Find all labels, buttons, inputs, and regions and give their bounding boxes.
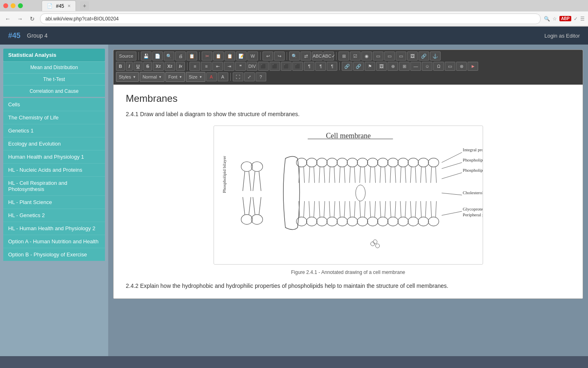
refresh-button[interactable]: ↻ <box>28 14 37 23</box>
back-button[interactable]: ← <box>3 14 12 23</box>
blockquote-btn[interactable]: ❝ <box>235 62 246 71</box>
menu-icon[interactable]: ☰ <box>580 16 585 22</box>
hline-btn[interactable]: — <box>410 62 421 71</box>
minimize-button[interactable] <box>11 3 16 8</box>
div-btn[interactable]: DIV <box>247 62 257 71</box>
sidebar-item-option-a[interactable]: Option A - Human Nutrition and Health <box>3 235 105 248</box>
unlink-btn[interactable]: 🔗 <box>353 62 364 71</box>
find-btn[interactable]: 🔍 <box>289 52 300 61</box>
section-2-4-2: 2.4.2 Explain how the hydrophobic and hy… <box>126 282 570 290</box>
login-editor-button[interactable]: Login as Editor <box>544 33 580 39</box>
flash-btn[interactable]: ⊕ <box>388 62 398 71</box>
undo-btn[interactable]: ↩ <box>263 52 273 61</box>
paste-btn[interactable]: 📋 <box>225 52 235 61</box>
sidebar-item-option-b[interactable]: Option B - Physiology of Exercise <box>3 248 105 261</box>
ol-btn[interactable]: ≡ <box>189 62 200 71</box>
sidebar-item-correlation[interactable]: Correlation and Cause <box>3 85 105 97</box>
styles-dropdown[interactable]: Styles <box>116 72 139 82</box>
link-btn[interactable]: 🔗 <box>419 52 429 61</box>
special-btn[interactable]: Ω <box>433 62 444 71</box>
tab-close-icon[interactable]: ✕ <box>67 4 71 8</box>
copy-btn[interactable]: 📋 <box>213 52 224 61</box>
italic-btn[interactable]: I <box>126 62 133 71</box>
help-btn[interactable]: ? <box>256 72 266 81</box>
source-button[interactable]: Source <box>116 52 136 61</box>
new-btn[interactable]: 📄 <box>152 52 163 61</box>
indent-btn[interactable]: ⇥ <box>224 62 234 71</box>
template-btn[interactable]: 📋 <box>187 52 197 61</box>
cut-btn[interactable]: ✂ <box>202 52 212 61</box>
outdent-btn[interactable]: ⇤ <box>212 62 223 71</box>
align-left[interactable]: ⬛ <box>258 62 269 71</box>
url-bar[interactable]: abi.wiki/view.php?cat=BIOL00204 <box>40 13 541 24</box>
tb2[interactable]: ▭ <box>384 52 395 61</box>
sidebar-item-genetics2[interactable]: HL - Genetics 2 <box>3 209 105 222</box>
redo-btn[interactable]: ↪ <box>274 52 285 61</box>
ul-btn[interactable]: ≡ <box>201 62 212 71</box>
img-btn[interactable]: 🖼 <box>407 52 418 61</box>
strike-btn[interactable]: S <box>143 62 152 71</box>
align-center[interactable]: ⬛ <box>270 62 280 71</box>
sidebar-item-human-health2[interactable]: HL - Human Health and Physiology 2 <box>3 222 105 235</box>
sidebar-item-genetics1[interactable]: Genetics 1 <box>3 124 105 137</box>
sidebar-header-statistical[interactable]: Statistical Analysis <box>3 49 105 61</box>
subscript-btn[interactable]: X2 <box>153 62 163 71</box>
maximize-button[interactable] <box>18 3 23 8</box>
replace-btn[interactable]: ⇄ <box>301 52 311 61</box>
sidebar-item-mean[interactable]: Mean and Distribution <box>3 61 105 73</box>
para-btn[interactable]: ¶ <box>327 62 337 71</box>
iframe-btn[interactable]: ▭ <box>445 62 455 71</box>
sidebar-item-human-health[interactable]: Human Health and Physiology 1 <box>3 150 105 163</box>
font-dropdown[interactable]: Font <box>165 72 185 82</box>
close-button[interactable] <box>3 3 8 8</box>
underline-btn[interactable]: U <box>134 62 143 71</box>
bidiltr-btn[interactable]: ¶ <box>304 62 314 71</box>
tb1[interactable]: ▭ <box>373 52 383 61</box>
spell-btn[interactable]: ABC <box>312 52 323 61</box>
print-btn[interactable]: 🖨 <box>175 52 186 61</box>
paste-word-btn[interactable]: W <box>247 52 258 61</box>
sidebar-item-plant[interactable]: HL - Plant Science <box>3 195 105 209</box>
forward-button[interactable]: → <box>16 14 24 23</box>
browser-tab[interactable]: 📄 #45 ✕ <box>42 0 76 11</box>
extension-icon[interactable]: ✓ <box>574 16 578 22</box>
address-bar: ← → ↻ abi.wiki/view.php?cat=BIOL00204 🔍 … <box>0 11 588 26</box>
table2-btn[interactable]: ⊞ <box>399 62 410 71</box>
font-color-btn[interactable]: A <box>206 72 217 81</box>
smiley-btn[interactable]: ☺ <box>422 62 432 71</box>
align-right[interactable]: ⬛ <box>281 62 292 71</box>
align-justify[interactable]: ⬛ <box>292 62 303 71</box>
new-tab-button[interactable]: + <box>80 1 89 10</box>
fullscreen-btn[interactable]: ⛶ <box>233 72 243 81</box>
rb1[interactable]: ◉ <box>361 52 372 61</box>
spell2-btn[interactable]: ABC✓ <box>323 52 334 61</box>
paste-text-btn[interactable]: 📝 <box>236 52 247 61</box>
size-dropdown[interactable]: Size <box>186 72 205 82</box>
table-btn[interactable]: ⊞ <box>339 52 349 61</box>
sidebar-item-chemistry[interactable]: The Chemistry of Life <box>3 111 105 124</box>
anchor2-btn[interactable]: ⚑ <box>365 62 375 71</box>
youtube-btn[interactable]: ▶ <box>468 62 478 71</box>
bidirtl-btn[interactable]: ¶ <box>315 62 326 71</box>
tb3[interactable]: ▭ <box>396 52 406 61</box>
link2-btn[interactable]: 🔗 <box>342 62 352 71</box>
bg-color-btn[interactable]: A <box>218 72 228 81</box>
anchor-btn[interactable]: ⚓ <box>430 52 441 61</box>
superscript-btn[interactable]: X2 <box>165 62 175 71</box>
format-dropdown[interactable]: Normal <box>140 72 165 82</box>
sidebar-item-cells[interactable]: Cells <box>3 98 105 111</box>
sidebar-item-cell-respiration[interactable]: HL - Cell Respiration and Photosynthesis <box>3 176 105 195</box>
save-btn[interactable]: 💾 <box>141 52 151 61</box>
cb1[interactable]: ☑ <box>350 52 361 61</box>
sidebar-item-nucleic[interactable]: HL - Nucleic Acids and Proteins <box>3 163 105 176</box>
bold-btn[interactable]: B <box>116 62 125 71</box>
search-icon[interactable]: 🔍 <box>544 16 550 22</box>
pagebreak-btn[interactable]: ⊗ <box>456 62 467 71</box>
sidebar-item-ttest[interactable]: The t-Test <box>3 73 105 85</box>
removeformat-btn[interactable]: Ix <box>176 62 185 71</box>
image2-btn[interactable]: 🖼 <box>376 62 387 71</box>
bookmark-icon[interactable]: ☆ <box>552 16 557 22</box>
resize-btn[interactable]: ⤢ <box>244 72 255 81</box>
sidebar-item-ecology[interactable]: Ecology and Evolution <box>3 137 105 150</box>
preview-btn[interactable]: 🔍 <box>164 52 174 61</box>
